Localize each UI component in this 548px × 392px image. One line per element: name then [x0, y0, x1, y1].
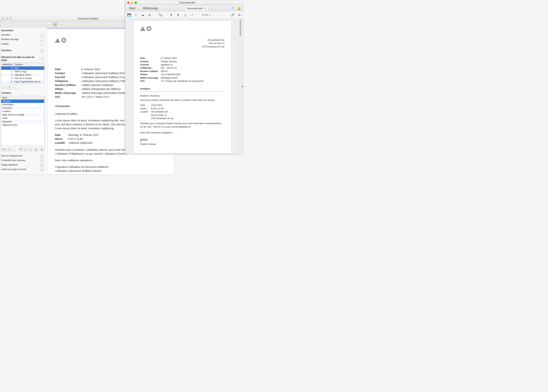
zoom-icon[interactable]	[135, 1, 137, 4]
print-icon[interactable]: 🖨	[147, 13, 151, 17]
mail-icon[interactable]: ✉	[237, 13, 241, 17]
tab-tools[interactable]: Werkzeuge	[139, 5, 162, 11]
collapse-icon[interactable]: ↘	[40, 57, 44, 60]
pdf-main-tabs: Start Werkzeuge Document pdf× ? 🔔	[125, 5, 243, 12]
list-item[interactable]: Adresse	[1, 99, 44, 103]
list-item[interactable]: Information	[1, 103, 44, 106]
edit-icon[interactable]: ✎	[40, 168, 44, 171]
zoom-select[interactable]: 72.5%▾	[201, 14, 211, 16]
salutation: Avec mes meilleures salutations.	[140, 131, 224, 134]
pdf-toolbar: 💾 ☆ ☁ 🖨 🔍- ⬆ ⬇ / 7 72.5%▾ ⋯ 🔗 ✉	[125, 12, 243, 19]
more-icon[interactable]: ⋯	[219, 13, 223, 17]
page-up-icon[interactable]: ⬆	[169, 13, 173, 17]
closing-text: N'hésitez pas à contacter Pauline Gervai…	[140, 122, 224, 128]
zoom-out-icon[interactable]: 🔍-	[158, 13, 162, 17]
help-icon[interactable]: ?	[230, 6, 235, 11]
remove-button[interactable]: −	[12, 147, 16, 151]
close-tab-icon[interactable]: ×	[204, 7, 206, 10]
save-icon[interactable]: 💾	[127, 13, 131, 17]
move-bottom-button[interactable]: ⇊	[34, 147, 38, 151]
edit-button[interactable]: ✎	[7, 147, 11, 151]
move-down-button[interactable]: ∨	[29, 147, 33, 151]
more-icon[interactable]: …	[40, 38, 44, 41]
signature-name: Pauline Gervais	[140, 143, 224, 146]
list-item[interactable]: Contenu	[1, 110, 44, 113]
chevron-down-icon: ▾	[209, 14, 211, 16]
pdf-window: Document pdf Start Werkzeuge Document pd…	[125, 0, 243, 154]
signature-script: pmu	[140, 136, 224, 142]
section-header-title: Élément d'en-tête ou pied de page	[1, 56, 40, 61]
list-item[interactable]: Texte	[1, 117, 44, 120]
close-icon[interactable]	[2, 18, 4, 20]
move-up-button[interactable]: ∧	[23, 147, 28, 151]
signature-placeholder: <Signature (utilisateur de document d'af…	[55, 165, 171, 169]
list-item[interactable]: Date, heure et localité	[1, 113, 44, 117]
add-button[interactable]: +▾	[1, 147, 6, 151]
add-button[interactable]: +	[1, 85, 6, 89]
pdf-file-icon	[176, 1, 179, 4]
link-icon[interactable]: 🔗	[231, 13, 234, 17]
more-icon[interactable]: …	[40, 42, 44, 46]
expand-icon[interactable]: ↗	[40, 49, 44, 52]
traffic-lights	[125, 0, 139, 5]
move-top-button[interactable]: ⇈	[18, 147, 23, 151]
logo-icon	[140, 26, 224, 31]
pdf-page: A0 architecte SA Rue du Plan 12 1470 Est…	[133, 21, 231, 154]
content-list: Nom Adresse Information Concerne Contenu…	[1, 96, 44, 146]
duplicate-button[interactable]: ⧉	[40, 147, 44, 151]
edit-icon[interactable]: ✎	[40, 159, 44, 162]
list-item[interactable]: Signature	[1, 120, 44, 123]
page-down-icon[interactable]: ⬇	[176, 13, 180, 17]
header-elements-table: IdentifiantContenu 0Titre 1Date (Long) 2…	[1, 63, 44, 84]
section-document-title: Document	[0, 28, 45, 33]
side-panel-toggle-icon[interactable]: ◀	[241, 19, 243, 154]
pdf-title: Document pdf	[139, 1, 232, 4]
table-row[interactable]: 3Titre de la section	[1, 77, 44, 80]
sidebar-row-modeles[interactable]: Modèles de page…	[0, 37, 45, 42]
toolbar-btn-edit[interactable]: ✎	[58, 22, 63, 26]
schedule-block: Date15.02.2021 Heure8.30 à 14.00 Localit…	[140, 104, 224, 120]
table-row[interactable]: 0Titre	[1, 66, 44, 70]
page-input[interactable]	[183, 14, 187, 17]
star-icon[interactable]: ☆	[134, 13, 138, 17]
toolbar-btn-b[interactable]: ≡	[53, 22, 57, 26]
company-address: A0 architecte SA Rue du Plan 12 1470 Est…	[140, 39, 224, 48]
zoom-icon[interactable]	[10, 18, 12, 20]
more-icon[interactable]: …	[40, 33, 44, 36]
minimize-icon[interactable]	[131, 1, 133, 4]
edit-button[interactable]: ✎	[7, 85, 12, 89]
list-item[interactable]: Signature texte	[1, 123, 44, 127]
section-contenu-title: Contenu	[0, 90, 45, 95]
tab-document[interactable]: Document pdf×	[184, 5, 209, 11]
sidebar-row-images[interactable]: Images…	[0, 42, 45, 46]
signature-name: <Utilisateur (document d'affaire) (Nom)>	[55, 169, 171, 173]
vertical-scrollbar[interactable]	[239, 19, 241, 154]
field-block: Date6. Februar 2021 ContactPauline Gerva…	[140, 57, 224, 83]
close-icon[interactable]	[127, 1, 129, 4]
toolbar-btn-a[interactable]: ▭	[47, 22, 52, 26]
edit-icon[interactable]: ✎	[40, 154, 44, 158]
table-row[interactable]: 2Utilisateur (Nom)	[1, 73, 44, 77]
salutation: Avec mes meilleures salutations.	[55, 158, 171, 162]
list-item[interactable]: Concerne	[1, 106, 44, 110]
sidebar-row-donnees[interactable]: Données…	[0, 33, 45, 37]
tab-start[interactable]: Start	[125, 5, 139, 11]
pdf-viewport[interactable]: A0 architecte SA Rue du Plan 12 1470 Est…	[125, 19, 239, 154]
bell-icon[interactable]: 🔔	[237, 6, 242, 11]
traffic-lights	[0, 16, 14, 21]
section-sections-title: Sections	[1, 49, 12, 52]
salutation: Madame, Monsieur,	[140, 94, 224, 98]
remove-button[interactable]: −	[13, 85, 18, 89]
minimize-icon[interactable]	[6, 18, 8, 20]
sidebar: Document Données… Modèles de page… Image…	[0, 28, 45, 175]
table-row[interactable]: 1Date (Long)	[1, 70, 44, 73]
cloud-icon[interactable]: ☁	[141, 13, 145, 17]
subject: Invitation	[140, 87, 224, 91]
body-text: Nous vous invitons à discuter des plans.…	[140, 99, 224, 102]
table-row[interactable]: 5Page Page/Nombre de pa…	[1, 80, 44, 83]
pdf-titlebar: Document pdf	[125, 0, 243, 5]
edit-icon[interactable]: ✎	[40, 163, 44, 167]
